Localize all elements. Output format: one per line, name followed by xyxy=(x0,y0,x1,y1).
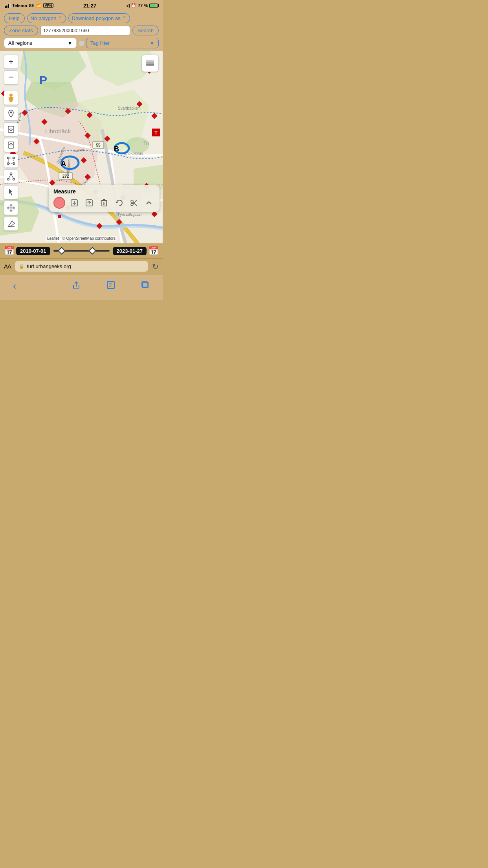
svg-rect-88 xyxy=(102,200,106,206)
measure-icons xyxy=(53,197,155,209)
download-chevron: ⌃ xyxy=(122,15,127,21)
svg-text:Svartbäcksm: Svartbäcksm xyxy=(118,106,141,110)
slider-handle-left[interactable] xyxy=(58,247,66,255)
node-edit-button[interactable] xyxy=(4,169,18,184)
svg-rect-59 xyxy=(12,97,13,100)
calendar-left-button[interactable]: 📅 xyxy=(4,246,15,256)
download-map-button[interactable] xyxy=(4,122,18,136)
layers-button[interactable] xyxy=(141,55,159,72)
toolbar-row-1: Help No polygon ⌃ Download polygon as ⌃ xyxy=(4,13,159,23)
svg-point-56 xyxy=(9,94,13,97)
location-icon: ◁ xyxy=(126,3,129,8)
svg-line-95 xyxy=(133,202,138,206)
svg-text:Fyrisvallsgatan: Fyrisvallsgatan xyxy=(118,213,141,217)
date-end-badge: 2023-01-27 xyxy=(113,247,147,255)
svg-text:A: A xyxy=(61,160,66,167)
undo-measure-button[interactable] xyxy=(113,197,125,209)
font-size-button[interactable]: AA xyxy=(4,263,11,270)
svg-text:T: T xyxy=(154,130,158,136)
download-measure-button[interactable] xyxy=(68,197,80,209)
slider-handle-right[interactable] xyxy=(89,247,97,255)
upload-map-button[interactable] xyxy=(4,138,18,152)
svg-rect-82 xyxy=(146,62,154,64)
region-selector[interactable]: All regions ▼ xyxy=(4,38,77,48)
svg-text:Tu: Tu xyxy=(143,141,149,146)
svg-rect-81 xyxy=(146,64,154,66)
measure-title: Measure xyxy=(53,188,155,195)
status-right: ◁ ⏰ 77 % xyxy=(126,3,158,8)
move-tool-button[interactable] xyxy=(4,201,18,215)
tag-filter-selector[interactable]: Tag filter ▼ xyxy=(86,38,159,48)
polygon-selector[interactable]: No polygon ⌃ xyxy=(27,13,66,23)
zoom-in-button[interactable]: + xyxy=(4,55,18,69)
date-slider[interactable] xyxy=(53,250,110,252)
map-attribution: Leaflet © OpenStreetMap contributors xyxy=(46,236,117,241)
tabs-button[interactable] xyxy=(135,279,156,293)
svg-line-96 xyxy=(133,200,138,204)
svg-rect-83 xyxy=(146,60,154,62)
delete-measure-button[interactable] xyxy=(98,197,110,209)
pegman-button[interactable] xyxy=(4,91,18,105)
select-tool-button[interactable] xyxy=(4,185,18,199)
bookmarks-button[interactable] xyxy=(100,279,121,293)
toolbar-row-3: All regions ▼ Tag filter ▼ xyxy=(4,38,159,48)
map-controls: + − xyxy=(4,55,18,231)
url-bar[interactable]: 🔒 turf.urbangeeks.org xyxy=(15,261,148,272)
url-text: turf.urbangeeks.org xyxy=(27,263,71,269)
alarm-icon: ⏰ xyxy=(131,3,136,8)
bbox-tool-button[interactable] xyxy=(4,154,18,168)
forward-button[interactable]: › xyxy=(36,278,52,294)
zone-stats-button[interactable]: Zone stats xyxy=(4,26,38,35)
status-time: 21:27 xyxy=(83,3,96,9)
share-button[interactable] xyxy=(66,279,87,294)
map-svg: 55 272 P Librobäck Fyrisån Bärbyleden Bä… xyxy=(0,51,163,243)
battery-level: 77 % xyxy=(138,3,148,8)
map-container[interactable]: 55 272 P Librobäck Fyrisån Bärbyleden Bä… xyxy=(0,51,163,243)
svg-line-77 xyxy=(11,174,14,179)
eraser-tool-button[interactable] xyxy=(4,217,18,231)
svg-rect-51 xyxy=(58,215,61,218)
back-button[interactable]: ‹ xyxy=(7,278,23,294)
date-bar: 📅 2010-07-01 2023-01-27 📅 xyxy=(0,243,163,258)
svg-point-60 xyxy=(10,112,12,114)
bottom-navigation: ‹ › xyxy=(0,275,163,300)
refresh-button[interactable]: ↻ xyxy=(152,262,159,271)
search-button[interactable]: Search xyxy=(132,26,159,35)
status-left: Telenor SE 📶 VPN xyxy=(5,3,53,8)
region-chevron: ▼ xyxy=(68,40,72,46)
browser-bar: AA 🔒 turf.urbangeeks.org ↻ xyxy=(0,258,163,275)
vpn-badge: VPN xyxy=(43,3,54,8)
battery-icon xyxy=(149,4,158,8)
tag-filter-chevron: ▼ xyxy=(150,40,154,46)
lock-icon: 🔒 xyxy=(19,264,24,269)
date-start-badge: 2010-07-01 xyxy=(16,247,50,255)
svg-text:B: B xyxy=(114,145,119,153)
toolbar-row-2: Zone stats Search xyxy=(4,26,159,35)
record-button[interactable] xyxy=(53,197,65,209)
search-input[interactable] xyxy=(40,26,130,35)
wifi-icon: 📶 xyxy=(36,3,42,8)
help-button[interactable]: Help xyxy=(4,13,25,23)
svg-line-76 xyxy=(8,174,11,179)
toolbar: Help No polygon ⌃ Download polygon as ⌃ … xyxy=(0,11,163,51)
carrier-name: Telenor SE xyxy=(12,3,35,8)
collapse-button[interactable] xyxy=(143,197,155,209)
calendar-right-button[interactable]: 📅 xyxy=(148,246,159,256)
svg-rect-58 xyxy=(9,97,10,100)
measure-toolbar: Measure xyxy=(49,185,160,212)
separator xyxy=(79,41,84,46)
svg-text:P: P xyxy=(39,74,47,86)
status-bar: Telenor SE 📶 VPN 21:27 ◁ ⏰ 77 % xyxy=(0,0,163,11)
location-tool-button[interactable] xyxy=(4,107,18,121)
svg-text:55: 55 xyxy=(96,143,101,147)
signal-bars xyxy=(5,3,11,8)
svg-text:Librobäck: Librobäck xyxy=(45,128,71,134)
zoom-out-button[interactable]: − xyxy=(4,70,18,85)
polygon-chevron: ⌃ xyxy=(58,15,62,21)
download-polygon-selector[interactable]: Download polygon as ⌃ xyxy=(68,13,130,23)
scissors-button[interactable] xyxy=(128,197,140,209)
upload-measure-button[interactable] xyxy=(83,197,95,209)
